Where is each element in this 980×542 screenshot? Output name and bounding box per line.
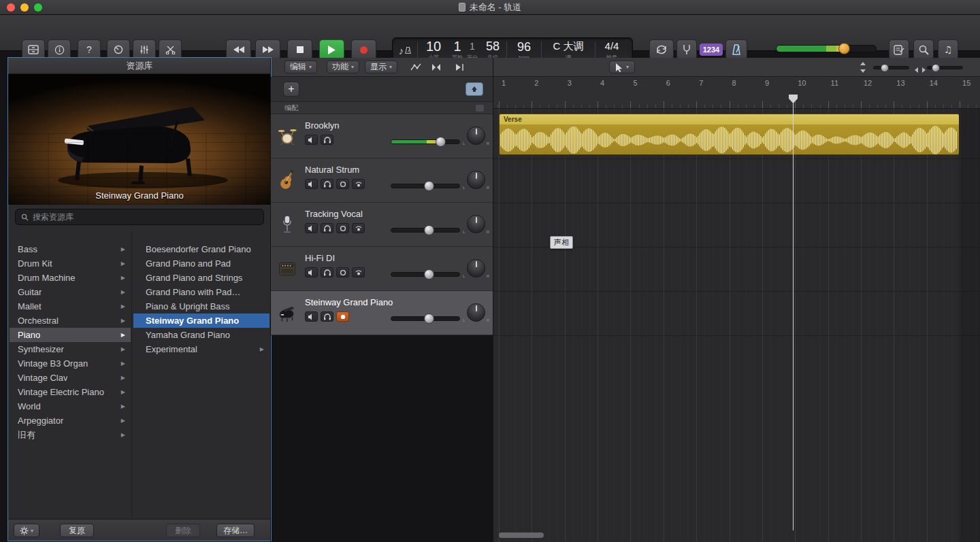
horizontal-scrollbar[interactable] <box>499 532 544 538</box>
zoom-window-button[interactable] <box>34 3 42 12</box>
functions-menu-button[interactable]: 功能▾ <box>327 61 359 73</box>
vertical-zoom-slider[interactable] <box>873 66 909 69</box>
pan-knob[interactable]: LR <box>467 259 485 277</box>
forward-button[interactable] <box>255 39 280 60</box>
region-verse[interactable]: Verse <box>499 114 960 155</box>
region-header[interactable]: Verse <box>500 114 959 124</box>
horizontal-zoom-slider[interactable] <box>927 66 963 69</box>
record-enable-button[interactable] <box>336 179 349 189</box>
track-name[interactable]: Hi-Fi DI <box>305 253 335 263</box>
volume-slider[interactable] <box>391 316 460 321</box>
library-patch-grand-piano-and-pad[interactable]: Grand Piano and Pad <box>133 256 270 271</box>
volume-slider[interactable] <box>391 184 460 188</box>
rewind-button[interactable] <box>226 39 251 60</box>
solo-button[interactable] <box>321 179 333 189</box>
note-pad-button[interactable] <box>889 39 909 60</box>
automation-button[interactable] <box>407 61 425 73</box>
track-header-steinway-grand-piano[interactable]: Steinway Grand PianoLR <box>271 291 493 335</box>
pan-knob[interactable]: LR <box>467 171 485 189</box>
library-search-field[interactable] <box>15 209 264 225</box>
arrange-grid[interactable]: Verse <box>493 109 980 542</box>
volume-slider[interactable] <box>391 272 460 277</box>
region-waveform-area[interactable] <box>500 124 959 155</box>
track-header-hi-fi-di[interactable]: Hi-Fi DILR <box>271 247 493 291</box>
save-button[interactable]: 存储… <box>216 524 255 537</box>
library-category-vintage-clav[interactable]: Vintage Clav▶ <box>10 371 131 385</box>
count-in-button[interactable]: 1234 <box>700 44 723 56</box>
stop-button[interactable] <box>287 39 312 60</box>
tuner-button[interactable] <box>676 39 697 60</box>
volume-knob[interactable] <box>424 269 434 280</box>
vertical-zoom-icon[interactable] <box>860 62 866 75</box>
minimize-window-button[interactable] <box>20 3 29 12</box>
library-action-menu-button[interactable]: ▾ <box>14 524 39 537</box>
master-volume-slider[interactable] <box>776 45 877 52</box>
pan-knob[interactable]: LR <box>467 303 485 322</box>
mute-button[interactable] <box>305 223 318 233</box>
media-browser-button[interactable]: ♫ <box>938 39 958 60</box>
playhead[interactable] <box>793 95 794 530</box>
library-search-input[interactable] <box>33 212 258 222</box>
library-category-vintage-electric-piano[interactable]: Vintage Electric Piano▶ <box>10 385 131 399</box>
input-monitoring-button[interactable] <box>352 179 365 189</box>
library-category-bass[interactable]: Bass▶ <box>10 242 131 256</box>
lcd-bar-value[interactable]: 10 <box>426 39 441 53</box>
record-enable-button-armed[interactable] <box>336 311 349 322</box>
play-button[interactable] <box>319 39 344 60</box>
solo-button[interactable] <box>321 311 333 322</box>
solo-button[interactable] <box>321 223 333 233</box>
volume-slider[interactable] <box>391 228 460 233</box>
lcd-tick-value[interactable]: 58 <box>486 39 500 53</box>
track-header-tracking-vocal[interactable]: Tracking VocalLR <box>271 203 493 247</box>
vertical-zoom-knob[interactable] <box>881 64 889 72</box>
metronome-button[interactable] <box>725 39 747 60</box>
library-patch-steinway-grand-piano[interactable]: Steinway Grand Piano <box>133 314 270 328</box>
library-patch-piano-upright-bass[interactable]: Piano & Upright Bass <box>133 299 270 314</box>
record-enable-button[interactable] <box>336 223 349 233</box>
smart-controls-button[interactable] <box>107 39 130 60</box>
volume-knob[interactable] <box>424 314 434 324</box>
library-toggle-button[interactable] <box>22 39 45 60</box>
solo-button[interactable] <box>321 267 333 277</box>
playhead-handle[interactable] <box>789 95 798 107</box>
input-monitoring-button[interactable] <box>352 223 365 233</box>
arrangement-row-icon[interactable] <box>476 105 484 112</box>
master-volume-knob[interactable] <box>838 43 850 54</box>
record-button[interactable] <box>351 39 376 60</box>
solo-button[interactable] <box>321 135 333 145</box>
revert-button[interactable]: 复原 <box>60 524 94 537</box>
track-header-natural-strum[interactable]: Natural StrumLR <box>271 158 493 203</box>
pan-knob[interactable]: LR <box>467 215 485 233</box>
editors-button[interactable] <box>159 39 182 60</box>
track-name[interactable]: Tracking Vocal <box>305 209 363 219</box>
library-category-arpeggiator[interactable]: Arpeggiator▶ <box>10 413 131 428</box>
volume-slider[interactable] <box>391 139 460 144</box>
horizontal-zoom-knob[interactable] <box>932 64 940 72</box>
volume-knob[interactable] <box>424 181 434 191</box>
record-enable-button[interactable] <box>336 267 349 277</box>
mute-button[interactable] <box>305 179 318 189</box>
library-patch-grand-piano-with-pad[interactable]: Grand Piano with Pad… <box>133 285 270 299</box>
close-window-button[interactable] <box>7 3 15 12</box>
library-patch-boesendorfer-grand-piano[interactable]: Boesendorfer Grand Piano <box>133 242 270 256</box>
lcd-time-signature-value[interactable]: 4/4 <box>605 39 619 53</box>
volume-knob[interactable] <box>424 225 434 235</box>
master-track-toggle-button[interactable] <box>466 82 483 96</box>
lcd-beat-value[interactable]: 1 <box>453 39 461 53</box>
library-category-drum-machine[interactable]: Drum Machine▶ <box>10 271 131 285</box>
lcd-mode-selector[interactable]: ♪ <box>393 45 417 56</box>
loop-browser-button[interactable] <box>913 39 934 60</box>
cycle-button[interactable] <box>649 39 674 60</box>
flex-button[interactable] <box>427 61 445 73</box>
volume-knob[interactable] <box>436 137 446 147</box>
quick-help-button[interactable] <box>48 39 71 60</box>
library-category-piano[interactable]: Piano▶ <box>10 328 131 342</box>
mute-button[interactable] <box>305 135 318 145</box>
horizontal-zoom-icon[interactable] <box>915 64 926 76</box>
track-name[interactable]: Natural Strum <box>305 165 359 175</box>
track-name[interactable]: Steinway Grand Piano <box>305 297 393 307</box>
delete-button[interactable]: 删除 <box>166 524 200 537</box>
mute-button[interactable] <box>305 267 318 277</box>
library-category-item[interactable]: 旧有▶ <box>10 428 131 442</box>
track-name[interactable]: Brooklyn <box>305 120 340 131</box>
